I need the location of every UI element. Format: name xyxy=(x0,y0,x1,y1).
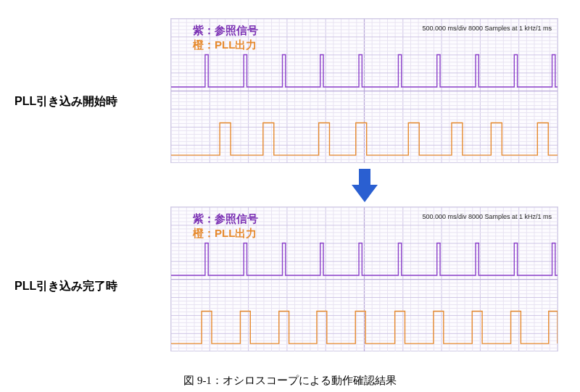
legend-pll: 橙：PLL出力 xyxy=(193,38,258,52)
arrow-down-icon xyxy=(352,169,378,202)
legend-pll: 橙：PLL出力 xyxy=(193,226,258,241)
legend-ref: 紫：参照信号 xyxy=(193,23,258,38)
label-pll-done: PLL引き込み完了時 xyxy=(14,279,117,294)
legend-done: 紫：参照信号 橙：PLL出力 xyxy=(193,212,258,241)
scope-done: 紫：参照信号 橙：PLL出力 500.000 ms/div 8000 Sampl… xyxy=(170,207,558,351)
timebase-start: 500.000 ms/div 8000 Samples at 1 kHz/1 m… xyxy=(422,25,552,32)
label-pll-start: PLL引き込み開始時 xyxy=(14,94,117,109)
timebase-done: 500.000 ms/div 8000 Samples at 1 kHz/1 m… xyxy=(422,213,552,220)
figure-caption: 図 9-1：オシロスコープによる動作確認結果 xyxy=(0,374,580,388)
scope-start: 紫：参照信号 橙：PLL出力 500.000 ms/div 8000 Sampl… xyxy=(170,18,558,163)
legend-ref: 紫：参照信号 xyxy=(193,212,258,226)
legend-start: 紫：参照信号 橙：PLL出力 xyxy=(193,23,258,53)
